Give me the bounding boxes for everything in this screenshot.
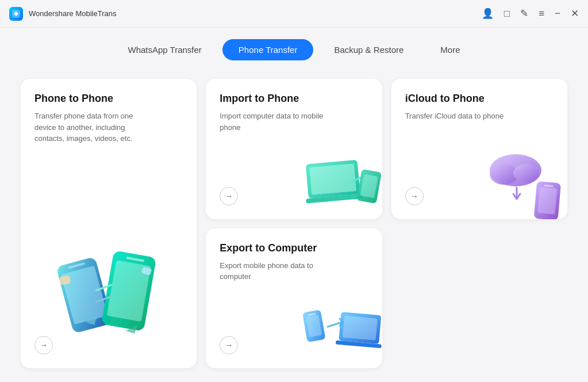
svg-rect-10 xyxy=(309,163,356,195)
main-content: Phone to Phone Transfer phone data from … xyxy=(0,70,588,382)
card-import-title: Import to Phone xyxy=(220,93,368,105)
card-export-arrow[interactable]: → xyxy=(220,336,238,354)
card-icloud-arrow[interactable]: → xyxy=(405,187,424,205)
card-phone-to-phone-desc: Transfer phone data from one device to a… xyxy=(34,110,149,144)
card-phone-to-phone[interactable]: Phone to Phone Transfer phone data from … xyxy=(21,79,197,368)
export-illustration xyxy=(296,293,376,362)
nav-tabs: WhatsApp Transfer Phone Transfer Backup … xyxy=(0,28,588,70)
tab-backup[interactable]: Backup & Restore xyxy=(318,39,420,60)
card-import-desc: Import computer data to mobile phone xyxy=(220,110,335,133)
svg-point-16 xyxy=(513,164,539,182)
card-phone-to-phone-title: Phone to Phone xyxy=(34,93,183,105)
minimize-button[interactable]: − xyxy=(555,8,560,20)
import-illustration xyxy=(302,150,376,213)
card-export-title: Export to Computer xyxy=(220,242,368,254)
menu-icon[interactable]: ≡ xyxy=(539,8,544,20)
cards-grid: Phone to Phone Transfer phone data from … xyxy=(21,79,567,368)
card-phone-to-phone-arrow[interactable]: → xyxy=(34,336,53,354)
card-icloud-desc: Transfer iCloud data to phone xyxy=(405,110,520,122)
app-title: Wondershare MobileTrans xyxy=(29,9,482,18)
card-icloud-title: iCloud to Phone xyxy=(405,93,554,105)
app-logo xyxy=(9,7,23,21)
tab-whatsapp[interactable]: WhatsApp Transfer xyxy=(112,39,217,60)
icloud-illustration xyxy=(481,150,562,213)
tab-phone[interactable]: Phone Transfer xyxy=(222,39,314,60)
edit-icon[interactable]: ✎ xyxy=(520,7,528,20)
tab-more[interactable]: More xyxy=(424,39,476,60)
close-button[interactable]: ✕ xyxy=(571,7,579,20)
svg-rect-24 xyxy=(342,316,377,341)
window-controls: 👤 □ ✎ ≡ − ✕ xyxy=(482,7,579,20)
card-import-arrow[interactable]: → xyxy=(220,187,238,205)
bookmark-icon[interactable]: □ xyxy=(504,8,510,20)
card-export-to-computer[interactable]: Export to Computer Export mobile phone d… xyxy=(206,228,382,369)
titlebar: Wondershare MobileTrans 👤 □ ✎ ≡ − ✕ xyxy=(0,0,588,28)
card-export-desc: Export mobile phone data to computer xyxy=(220,260,335,282)
card-import-to-phone[interactable]: Import to Phone Import computer data to … xyxy=(206,79,382,219)
svg-rect-18 xyxy=(537,187,557,214)
phone-to-phone-illustration xyxy=(51,242,166,345)
svg-rect-2 xyxy=(61,266,107,324)
card-icloud-to-phone[interactable]: iCloud to Phone Transfer iCloud data to … xyxy=(391,79,567,219)
person-icon[interactable]: 👤 xyxy=(482,7,494,20)
